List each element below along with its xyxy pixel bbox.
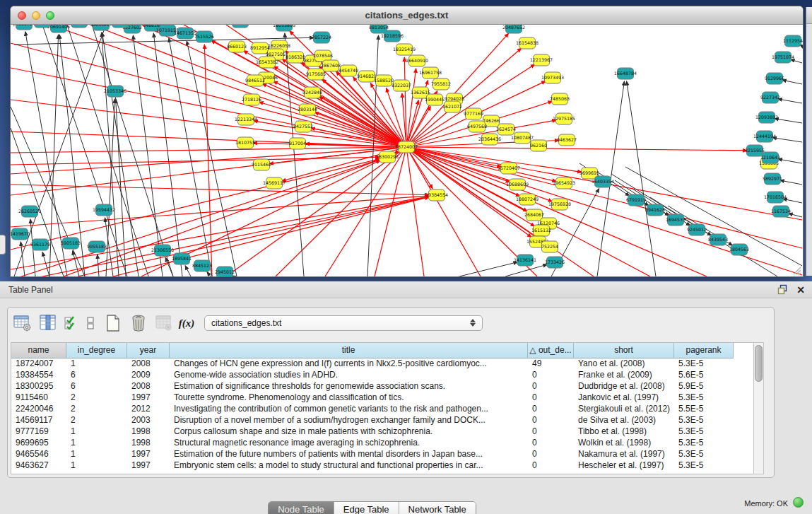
table-cell-in_degree[interactable]: 1 <box>66 460 127 472</box>
table-cell-title[interactable]: Estimation of significance thresholds fo… <box>170 381 528 392</box>
graph-node[interactable]: 17016504 <box>764 192 787 203</box>
column-header-short[interactable]: short <box>574 343 674 358</box>
graph-node[interactable]: 1804563 <box>729 244 749 255</box>
graph-node[interactable]: 5905183 <box>61 238 81 249</box>
table-selector-combobox[interactable]: citations_edges.txt <box>204 315 483 331</box>
graph-node[interactable]: 24055724 <box>13 25 35 30</box>
table-cell-out_degree[interactable]: 0 <box>528 415 574 426</box>
table-cell-in_degree[interactable]: 1 <box>66 358 127 370</box>
table-cell-year[interactable]: 2003 <box>127 415 170 426</box>
table-row[interactable]: 969969511998Structural magnetic resonanc… <box>11 438 762 449</box>
table-cell-title[interactable]: Genome-wide association studies in ADHD. <box>170 370 528 381</box>
graph-node[interactable]: 18325419 <box>393 44 416 55</box>
graph-node[interactable]: 8941628 <box>645 204 665 216</box>
graph-node[interactable]: 9245012 <box>687 224 707 235</box>
graph-node[interactable]: 14569117 <box>263 177 286 189</box>
graph-node[interactable]: 6791919 <box>626 194 646 206</box>
table-row[interactable]: 946362711997Embryonic stem cells: a mode… <box>11 460 762 472</box>
graph-node[interactable]: 2718126 <box>242 94 261 105</box>
table-cell-year[interactable]: 2008 <box>127 381 170 392</box>
graph-node[interactable]: 6497568 <box>467 121 487 132</box>
table-cell-title[interactable]: Embryonic stem cells: a model to study s… <box>170 460 528 472</box>
graph-node[interactable]: 1588520 <box>374 75 394 86</box>
table-cell-out_degree[interactable]: 0 <box>528 392 574 404</box>
graph-node[interactable]: 9956075 <box>69 25 89 28</box>
graph-node[interactable]: 12975185 <box>553 113 575 124</box>
graph-node[interactable]: 8845123 <box>192 260 212 271</box>
table-cell-name[interactable]: 14569117 <box>11 415 66 426</box>
graph-node[interactable]: 9846512 <box>245 75 265 86</box>
graph-node[interactable]: 2945012 <box>215 267 235 276</box>
table-cell-pagerank[interactable]: 5.3E-5 <box>674 358 734 370</box>
table-cell-title[interactable]: Estimation of the future numbers of pati… <box>170 449 528 460</box>
table-cell-out_degree[interactable]: 0 <box>528 438 574 449</box>
table-cell-name[interactable]: 9463627 <box>11 460 66 472</box>
table-cell-short[interactable]: Wolkin et al. (1998) <box>574 438 674 449</box>
graph-node[interactable]: 10688609 <box>506 179 529 190</box>
graph-node[interactable]: 19218596 <box>381 30 404 42</box>
column-header-pagerank[interactable]: pagerank <box>674 343 734 358</box>
table-cell-out_degree[interactable]: 0 <box>528 404 574 415</box>
table-cell-pagerank[interactable]: 5.3E-5 <box>674 438 734 449</box>
scrollbar-thumb[interactable] <box>755 345 763 382</box>
table-row[interactable]: 946554611997Estimation of the future num… <box>11 449 762 460</box>
graph-node[interactable]: 1660529 <box>110 25 130 28</box>
graph-node[interactable]: 962160 <box>530 140 547 151</box>
table-cell-title[interactable]: Structural magnetic resonance image aver… <box>170 438 528 449</box>
select-columns-icon[interactable] <box>63 313 78 334</box>
table-cell-year[interactable]: 2012 <box>127 404 170 415</box>
graph-node[interactable]: 7515526 <box>194 31 214 42</box>
graph-node[interactable]: 16154838 <box>516 37 539 49</box>
graph-node[interactable]: 26260520 <box>18 206 41 217</box>
table-cell-out_degree[interactable]: 0 <box>528 426 574 438</box>
table-cell-title[interactable]: Investigating the contribution of common… <box>170 404 528 415</box>
graph-node[interactable]: 1419670 <box>11 228 30 240</box>
column-header-year[interactable]: year <box>127 343 170 358</box>
graph-node[interactable]: 1210643 <box>760 152 780 163</box>
graph-node[interactable]: 9115460 <box>252 159 271 170</box>
graph-node[interactable]: 1733426 <box>545 257 565 268</box>
graph-node[interactable]: 8322037 <box>392 80 411 91</box>
delete-column-icon[interactable] <box>128 313 149 334</box>
graph-node[interactable]: 16033809 <box>273 25 295 31</box>
table-vertical-scrollbar[interactable] <box>753 342 764 474</box>
graph-node[interactable]: 21053346 <box>104 86 126 97</box>
table-cell-pagerank[interactable]: 5.3E-5 <box>674 415 734 426</box>
table-cell-name[interactable]: 9699695 <box>11 438 66 449</box>
network-canvas[interactable]: 1872400719384554183002958660123891295418… <box>11 25 803 276</box>
resize-grip-icon[interactable] <box>792 265 801 275</box>
table-cell-in_degree[interactable]: 2 <box>66 392 127 404</box>
table-cell-year[interactable]: 2008 <box>127 358 170 370</box>
table-cell-name[interactable]: 9777169 <box>11 426 66 438</box>
graph-node[interactable]: 9227342 <box>760 92 780 103</box>
table-cell-short[interactable]: Hescheler et al. (1997) <box>574 460 674 472</box>
graph-node[interactable]: 1621072 <box>442 101 462 112</box>
table-cell-short[interactable]: de Silva et al. (2003) <box>574 415 674 426</box>
table-row[interactable]: 911546021997Tourette syndrome. Phenomeno… <box>11 392 762 404</box>
table-cell-out_degree[interactable]: 49 <box>528 358 574 370</box>
graph-node[interactable]: 9777169 <box>464 108 483 119</box>
table-cell-in_degree[interactable]: 6 <box>66 370 127 381</box>
graph-node[interactable]: 3624574 <box>496 124 516 135</box>
graph-node[interactable]: 1112954 <box>783 35 803 47</box>
table-cell-name[interactable]: 18300295 <box>11 381 66 392</box>
table-cell-pagerank[interactable]: 5.3E-5 <box>674 392 734 404</box>
table-cell-year[interactable]: 2009 <box>127 370 170 381</box>
table-cell-short[interactable]: Nakamura et al. (1997) <box>574 449 674 460</box>
graph-node[interactable]: 10973493 <box>541 72 564 83</box>
graph-node[interactable]: 16543382 <box>256 57 278 68</box>
table-cell-pagerank[interactable]: 5.3E-5 <box>674 449 734 460</box>
graph-node[interactable]: 14671355 <box>174 28 196 39</box>
graph-node[interactable]: 9129966 <box>765 73 784 84</box>
graph-node[interactable]: 12444194 <box>753 131 776 142</box>
table-cell-in_degree[interactable]: 1 <box>66 449 127 460</box>
table-mode-icon[interactable] <box>12 313 33 334</box>
graph-node[interactable]: 1895841 <box>172 253 192 264</box>
row-height-icon[interactable] <box>83 313 98 334</box>
window-title-bar[interactable]: citations_edges.txt <box>11 6 803 25</box>
graph-node[interactable]: 16961758 <box>419 67 442 78</box>
graph-node[interactable]: 9463627 <box>557 134 577 146</box>
graph-node[interactable]: 8186328 <box>286 52 305 63</box>
table-cell-in_degree[interactable]: 1 <box>66 438 127 449</box>
table-cell-name[interactable]: 9115460 <box>11 392 66 404</box>
